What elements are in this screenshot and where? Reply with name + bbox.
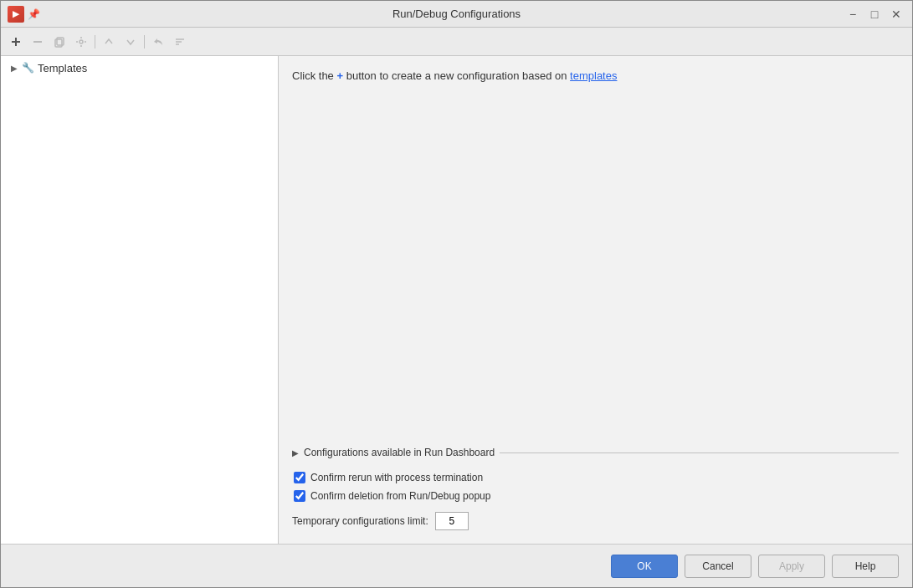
title-bar: ▶ 📌 Run/Debug Configurations − □ ✕ (1, 1, 912, 28)
minimize-button[interactable]: − (844, 5, 862, 23)
limit-input[interactable] (435, 512, 469, 530)
settings-button[interactable] (71, 32, 91, 52)
sort-button[interactable] (170, 32, 190, 52)
info-middle: button to create a new configuration bas… (343, 69, 570, 82)
spacer (292, 99, 899, 447)
pin-icon: 📌 (28, 8, 40, 20)
toolbar (1, 28, 912, 56)
copy-config-button[interactable] (49, 32, 69, 52)
info-prefix: Click the (292, 69, 336, 82)
toolbar-separator-2 (144, 35, 145, 49)
templates-icon: 🔧 (21, 61, 34, 74)
confirm-rerun-checkbox[interactable] (294, 472, 305, 483)
left-panel: ▶ 🔧 Templates (1, 56, 279, 544)
section-line (500, 453, 899, 453)
dialog-title: Run/Debug Configurations (392, 8, 521, 20)
add-config-button[interactable] (6, 32, 26, 52)
templates-tree-item[interactable]: ▶ 🔧 Templates (1, 59, 278, 76)
checkbox-row-1: Confirm rerun with process termination (294, 472, 899, 483)
footer: OK Cancel Apply Help (1, 544, 912, 587)
templates-link[interactable]: templates (570, 69, 617, 82)
toolbar-separator-1 (95, 35, 95, 49)
run-debug-dialog: ▶ 📌 Run/Debug Configurations − □ ✕ (0, 0, 913, 588)
info-text: Click the + button to create a new confi… (292, 69, 899, 82)
app-icon: ▶ (8, 6, 24, 23)
apply-button[interactable]: Apply (758, 555, 825, 578)
restore-button[interactable]: □ (865, 5, 884, 23)
tree-expand-arrow[interactable]: ▶ (8, 61, 21, 74)
right-panel: Click the + button to create a new confi… (279, 56, 912, 544)
section-title: Configurations available in Run Dashboar… (304, 447, 495, 458)
limit-label: Temporary configurations limit: (292, 515, 428, 527)
checkbox-row-2: Confirm deletion from Run/Debug popup (294, 490, 899, 502)
svg-point-5 (80, 40, 83, 43)
templates-label: Templates (38, 62, 87, 74)
plus-symbol: + (336, 69, 343, 82)
close-button[interactable]: ✕ (887, 5, 905, 23)
section-header: ▶ Configurations available in Run Dashbo… (292, 447, 899, 458)
bottom-section: ▶ Configurations available in Run Dashbo… (292, 447, 899, 530)
move-up-button[interactable] (99, 32, 119, 52)
ok-button[interactable]: OK (611, 555, 678, 578)
confirm-rerun-label: Confirm rerun with process termination (310, 472, 483, 483)
main-content: ▶ 🔧 Templates Click the + button to crea… (1, 56, 912, 544)
help-button[interactable]: Help (832, 555, 899, 578)
title-bar-controls: − □ ✕ (844, 5, 905, 23)
limit-row: Temporary configurations limit: (292, 512, 899, 530)
section-expand-arrow[interactable]: ▶ (292, 448, 299, 458)
share-button[interactable] (148, 32, 168, 52)
confirm-deletion-checkbox[interactable] (294, 490, 305, 502)
move-down-button[interactable] (121, 32, 141, 52)
title-bar-left: ▶ 📌 (8, 6, 40, 23)
cancel-button[interactable]: Cancel (685, 555, 751, 578)
remove-config-button[interactable] (28, 32, 48, 52)
confirm-deletion-label: Confirm deletion from Run/Debug popup (310, 490, 490, 502)
